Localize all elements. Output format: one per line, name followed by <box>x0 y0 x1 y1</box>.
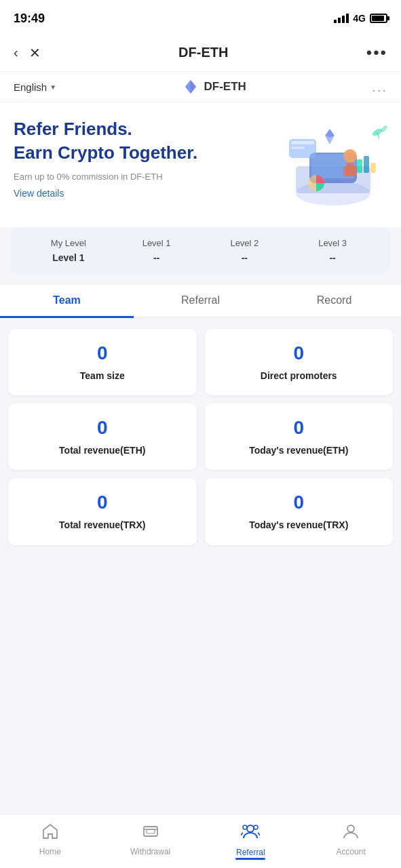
chevron-down-icon: ▼ <box>50 83 56 91</box>
level2-label: Level 2 <box>201 238 289 248</box>
main-content: Refer Friends. Earn Crypto Together. Ear… <box>0 102 401 614</box>
network-label: 4G <box>353 13 366 24</box>
stat-total-revenue-eth: 0 Total revenue(ETH) <box>8 403 197 470</box>
nav-withdrawal[interactable]: Withdrawal <box>100 823 201 856</box>
battery-icon <box>370 14 387 23</box>
level2-value: -- <box>201 252 289 263</box>
todays-revenue-trx-value: 0 <box>216 492 383 513</box>
language-label: English <box>14 81 47 93</box>
back-button[interactable]: ‹ <box>14 45 18 60</box>
svg-rect-16 <box>357 159 362 173</box>
top-nav: ‹ ✕ DF-ETH ••• <box>0 34 401 72</box>
active-tab-indicator <box>235 858 265 860</box>
more-menu-button[interactable]: ••• <box>366 43 387 62</box>
svg-point-29 <box>247 825 254 832</box>
svg-rect-12 <box>351 166 357 176</box>
svg-rect-26 <box>144 827 157 836</box>
header-bar: English ▼ DF-ETH ... <box>0 72 401 102</box>
team-size-label: Team size <box>19 370 186 382</box>
svg-rect-18 <box>370 163 376 173</box>
svg-point-31 <box>243 825 247 829</box>
signal-icon <box>334 14 349 23</box>
brand-name: DF-ETH <box>204 80 246 94</box>
total-revenue-trx-label: Total revenue(TRX) <box>19 519 186 531</box>
total-revenue-eth-value: 0 <box>19 417 186 439</box>
tab-record[interactable]: Record <box>267 285 401 318</box>
stats-grid: 0 Team size 0 Direct promoters 0 Total r… <box>0 329 401 545</box>
eth-icon <box>183 79 199 95</box>
nav-referral[interactable]: Referral <box>201 822 301 857</box>
stat-total-revenue-trx: 0 Total revenue(TRX) <box>8 478 197 545</box>
my-level-label: My Level <box>24 238 113 248</box>
svg-point-30 <box>254 825 258 829</box>
page-title: DF-ETH <box>178 45 228 60</box>
status-icons: 4G <box>334 13 387 24</box>
nav-left-group: ‹ ✕ <box>14 45 41 61</box>
status-bar: 19:49 4G <box>0 0 401 34</box>
close-button[interactable]: ✕ <box>29 45 41 61</box>
direct-promoters-value: 0 <box>216 342 383 364</box>
svg-rect-15 <box>291 146 305 149</box>
svg-point-32 <box>347 825 354 832</box>
hero-title: Refer Friends. <box>14 119 272 140</box>
language-selector[interactable]: English ▼ <box>14 81 56 93</box>
todays-revenue-trx-label: Today's revenue(TRX) <box>216 519 383 531</box>
nav-home[interactable]: Home <box>0 823 100 856</box>
level1-value: -- <box>113 252 201 263</box>
total-revenue-trx-value: 0 <box>19 492 186 513</box>
tab-referral[interactable]: Referral <box>134 285 267 318</box>
nav-account-label: Account <box>336 847 365 856</box>
level2-col: Level 2 -- <box>201 238 289 263</box>
svg-rect-11 <box>343 166 349 176</box>
home-icon <box>41 823 59 844</box>
bottom-nav: Home Withdrawal Referral <box>0 814 401 868</box>
withdrawal-icon <box>142 823 159 844</box>
svg-point-9 <box>343 149 357 163</box>
nav-withdrawal-label: Withdrawal <box>130 847 170 856</box>
svg-rect-27 <box>147 829 155 833</box>
hero-subtitle: Earn Crypto Together. <box>14 142 272 163</box>
team-size-value: 0 <box>19 342 186 364</box>
referral-icon <box>241 822 260 845</box>
view-details-link[interactable]: View details <box>14 188 64 199</box>
my-level-col: My Level Level 1 <box>24 238 113 263</box>
account-icon <box>342 823 360 844</box>
tab-team[interactable]: Team <box>0 285 134 318</box>
crypto-illustration-svg <box>279 119 387 214</box>
level1-label: Level 1 <box>113 238 201 248</box>
nav-home-label: Home <box>39 847 61 856</box>
level3-value: -- <box>288 252 377 263</box>
stat-todays-revenue-eth: 0 Today's revenue(ETH) <box>205 403 394 470</box>
level3-col: Level 3 -- <box>288 238 377 263</box>
level-card: My Level Level 1 Level 1 -- Level 2 -- L… <box>11 227 390 274</box>
tabs-container: Team Referral Record <box>0 285 401 318</box>
nav-account[interactable]: Account <box>301 823 401 856</box>
stat-team-size: 0 Team size <box>8 329 197 395</box>
hero-description: Earn up to 0% commission in DF-ETH <box>14 172 272 182</box>
hero-text: Refer Friends. Earn Crypto Together. Ear… <box>14 119 279 199</box>
nav-referral-label: Referral <box>236 848 265 857</box>
my-level-value: Level 1 <box>24 252 113 263</box>
status-time: 19:49 <box>14 12 45 26</box>
todays-revenue-eth-value: 0 <box>216 417 383 439</box>
level3-label: Level 3 <box>288 238 377 248</box>
svg-rect-17 <box>364 156 369 173</box>
direct-promoters-label: Direct promoters <box>216 370 383 382</box>
total-revenue-eth-label: Total revenue(ETH) <box>19 444 186 456</box>
stat-direct-promoters: 0 Direct promoters <box>205 329 394 395</box>
todays-revenue-eth-label: Today's revenue(ETH) <box>216 444 383 456</box>
stat-todays-revenue-trx: 0 Today's revenue(TRX) <box>205 478 394 545</box>
hero-section: Refer Friends. Earn Crypto Together. Ear… <box>0 102 401 227</box>
level1-col: Level 1 -- <box>113 238 201 263</box>
header-more-icon[interactable]: ... <box>372 79 387 95</box>
hero-illustration <box>279 119 387 214</box>
brand-logo: DF-ETH <box>183 79 246 95</box>
svg-rect-14 <box>291 141 314 144</box>
